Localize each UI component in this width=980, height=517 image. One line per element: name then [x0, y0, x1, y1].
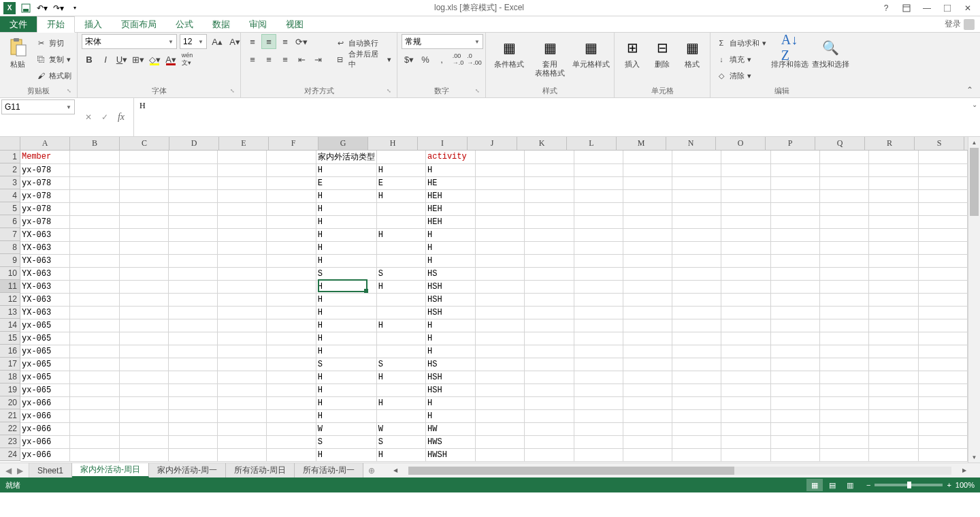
row-header-1[interactable]: 1 [0, 151, 20, 163]
col-header-L[interactable]: L [567, 137, 617, 150]
merge-center-button[interactable]: ⊟合并后居中 ▾ [333, 52, 393, 67]
cell[interactable] [770, 280, 819, 293]
comma-icon[interactable]: , [434, 52, 449, 67]
orientation-icon[interactable]: ⟳▾ [294, 34, 309, 49]
cell[interactable] [525, 319, 574, 332]
page-layout-view-icon[interactable]: ▤ [824, 479, 840, 491]
cell[interactable] [869, 267, 918, 280]
select-all-corner[interactable] [0, 137, 20, 151]
col-header-K[interactable]: K [517, 137, 567, 150]
cell[interactable] [376, 383, 425, 396]
cell[interactable] [869, 332, 918, 345]
cell[interactable] [574, 371, 623, 383]
zoom-level[interactable]: 100% [956, 481, 975, 489]
cell[interactable] [672, 332, 721, 345]
cell[interactable] [218, 254, 267, 267]
cell[interactable] [623, 396, 672, 409]
cell[interactable] [218, 422, 267, 435]
qat-redo[interactable]: ↷▾ [52, 1, 65, 15]
minimize-icon[interactable]: — [917, 1, 936, 15]
cell[interactable] [820, 383, 869, 396]
row-header-17[interactable]: 17 [0, 358, 20, 371]
cell[interactable] [918, 422, 967, 435]
cell[interactable] [119, 189, 168, 202]
cell[interactable] [475, 215, 524, 228]
row-header-18[interactable]: 18 [0, 371, 20, 383]
cell[interactable] [70, 371, 119, 383]
qat-undo[interactable]: ↶▾ [35, 1, 49, 15]
tab-review[interactable]: 审阅 [240, 16, 276, 32]
cell[interactable]: H [376, 228, 425, 241]
cell[interactable] [267, 396, 316, 409]
cell[interactable] [267, 383, 316, 396]
cell[interactable] [574, 189, 623, 202]
scroll-up-icon[interactable]: ▲ [968, 137, 980, 148]
cell[interactable] [770, 293, 819, 306]
col-header-E[interactable]: E [219, 137, 269, 150]
cell[interactable] [70, 241, 119, 254]
col-header-B[interactable]: B [70, 137, 120, 150]
cell[interactable] [721, 189, 770, 202]
cell[interactable]: H [426, 396, 476, 409]
zoom-in-icon[interactable]: + [947, 481, 951, 489]
cell[interactable] [119, 151, 168, 163]
cell[interactable] [119, 319, 168, 332]
next-sheet-icon[interactable]: ▶ [17, 466, 23, 475]
cell[interactable]: W [376, 422, 425, 435]
cell[interactable] [574, 228, 623, 241]
cell[interactable]: HWSH [426, 448, 476, 461]
cell[interactable]: H [376, 319, 425, 332]
cell[interactable] [218, 228, 267, 241]
cell[interactable] [119, 448, 168, 461]
cell[interactable] [770, 241, 819, 254]
cell[interactable] [820, 215, 869, 228]
cell[interactable]: H [376, 448, 425, 461]
cell[interactable] [869, 228, 918, 241]
cell[interactable] [918, 306, 967, 319]
cell[interactable] [918, 383, 967, 396]
cell[interactable] [623, 358, 672, 371]
cell[interactable] [119, 267, 168, 280]
cell[interactable]: H [316, 396, 376, 409]
cell[interactable]: HEH [426, 215, 476, 228]
cell[interactable] [119, 358, 168, 371]
cell[interactable]: H [426, 319, 476, 332]
cell[interactable] [119, 228, 168, 241]
cell[interactable] [218, 163, 267, 176]
cell[interactable]: YX-063 [20, 306, 70, 319]
cell[interactable] [770, 332, 819, 345]
cell[interactable]: W [316, 422, 376, 435]
cell[interactable] [525, 267, 574, 280]
increase-font-icon[interactable]: A▴ [210, 34, 225, 49]
cell[interactable] [267, 280, 316, 293]
cell[interactable] [525, 215, 574, 228]
cell[interactable] [119, 345, 168, 358]
cell[interactable] [475, 306, 524, 319]
zoom-out-icon[interactable]: − [866, 481, 870, 489]
cell[interactable]: S [376, 435, 425, 448]
cell[interactable]: H [426, 345, 476, 358]
bold-button[interactable]: B [82, 52, 97, 67]
cell[interactable] [574, 358, 623, 371]
tab-formulas[interactable]: 公式 [166, 16, 203, 32]
cell[interactable] [119, 176, 168, 189]
find-select-button[interactable]: 🔍查找和选择 [811, 34, 849, 69]
cell[interactable] [376, 241, 425, 254]
sheet-tab[interactable]: 所有活动-周一 [295, 463, 363, 477]
number-format-combo[interactable]: 常规▼ [402, 34, 483, 49]
cell[interactable] [820, 151, 869, 163]
cell[interactable] [376, 306, 425, 319]
cell[interactable] [475, 228, 524, 241]
cell[interactable] [70, 228, 119, 241]
cell[interactable]: HWS [426, 435, 476, 448]
cell[interactable] [918, 435, 967, 448]
insert-cells-button[interactable]: ⊞插入 [619, 34, 646, 69]
cell[interactable]: yx-066 [20, 409, 70, 422]
cell[interactable] [574, 448, 623, 461]
cell[interactable]: Member [20, 151, 70, 163]
align-bottom-icon[interactable]: ≡ [278, 34, 293, 49]
font-color-button[interactable]: A▾ [163, 52, 178, 67]
cell[interactable] [623, 409, 672, 422]
phonetic-button[interactable]: wén文▾ [180, 52, 195, 67]
cell[interactable] [672, 306, 721, 319]
